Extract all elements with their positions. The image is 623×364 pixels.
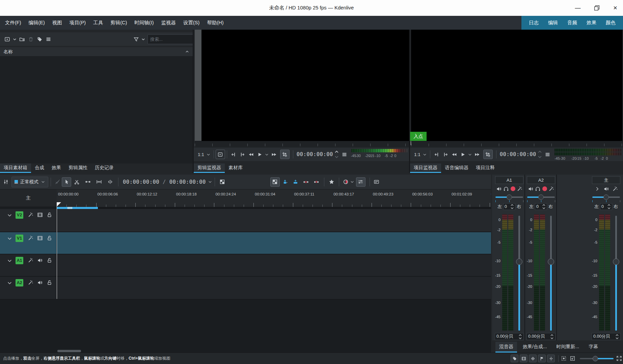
volume-spinbox[interactable]: 0.00分贝: [592, 333, 621, 340]
select-box-icon[interactable]: [561, 356, 567, 361]
flag-toggle-button[interactable]: [538, 355, 546, 362]
tab-剪辑属性[interactable]: 剪辑属性: [65, 163, 91, 173]
headphone-solo-icon[interactable]: [503, 186, 509, 192]
spacer-icon[interactable]: [85, 179, 91, 185]
speaker-icon[interactable]: [37, 257, 43, 263]
balance-spinbox[interactable]: 0: [535, 203, 547, 210]
timeline-ruler[interactable]: 00:00:00:0000:00:06:0600:00:12:1200:00:1…: [57, 189, 491, 207]
project-monitor-seekbar[interactable]: [411, 141, 623, 147]
effects-wand-icon[interactable]: [548, 186, 554, 192]
send-to-timeline-button[interactable]: [216, 150, 225, 159]
tab-效果[interactable]: 效果: [48, 163, 65, 173]
play-icon[interactable]: [257, 152, 263, 157]
selection-tool-button[interactable]: [62, 177, 71, 187]
rewind-icon[interactable]: [452, 152, 457, 157]
chevron-down-icon[interactable]: [208, 180, 212, 184]
mark-in-icon[interactable]: [231, 152, 236, 157]
effects-wand-icon[interactable]: [517, 186, 522, 192]
layout-button-效果[interactable]: 效果: [582, 16, 601, 30]
clip-monitor-video[interactable]: [201, 30, 409, 141]
menu-时间轴(I)[interactable]: 时间轴(I): [131, 16, 157, 30]
tab-语音编辑器[interactable]: 语音编辑器: [441, 163, 472, 173]
scissors-icon[interactable]: [74, 179, 80, 185]
record-monitor-button[interactable]: [511, 186, 515, 191]
tab-时间重新...[interactable]: 时间重新...: [553, 342, 583, 353]
tag-toggle-button[interactable]: [511, 355, 518, 362]
wand-icon[interactable]: [28, 280, 33, 285]
volume-slider-knob[interactable]: [548, 259, 554, 265]
chevron-down-icon[interactable]: [350, 180, 354, 184]
menu-帮助(H)[interactable]: 帮助(H): [203, 16, 227, 30]
tab-合成[interactable]: 合成: [31, 163, 48, 173]
subtitles-icon[interactable]: [374, 179, 379, 185]
wand-icon[interactable]: [28, 257, 33, 263]
mixer-toggle-button[interactable]: [356, 177, 365, 187]
record-monitor-button[interactable]: [542, 186, 547, 191]
search-input[interactable]: [147, 34, 193, 44]
timecode-spinner[interactable]: [334, 150, 339, 159]
edit-mode-combobox[interactable]: 正常模式: [11, 177, 48, 187]
chevron-right-icon[interactable]: [594, 186, 600, 192]
razor-disabled-icon[interactable]: [55, 179, 60, 185]
chevron-down-icon[interactable]: [468, 152, 472, 157]
fit-zoom-icon[interactable]: [96, 179, 102, 185]
rewind-icon[interactable]: [248, 152, 254, 157]
create-folder-button[interactable]: [18, 34, 26, 44]
chevron-down-icon[interactable]: [7, 212, 12, 218]
insert-zone-icon[interactable]: [282, 179, 288, 185]
overwrite-zone-icon[interactable]: [293, 179, 298, 185]
volume-slider-knob[interactable]: [516, 259, 522, 265]
play-icon[interactable]: [460, 152, 466, 157]
mark-out-icon[interactable]: [240, 152, 245, 157]
add-clip-dropdown[interactable]: [11, 34, 18, 44]
balance-slider[interactable]: [592, 194, 620, 200]
balance-slider[interactable]: [527, 194, 555, 200]
marker-tool-toggle-button[interactable]: [547, 355, 555, 362]
timeline-thumbnails-button[interactable]: [270, 177, 280, 187]
mixer-channel-name[interactable]: A1: [495, 176, 523, 184]
track-header-V1[interactable]: V1: [0, 232, 57, 254]
balance-slider[interactable]: [495, 194, 523, 200]
mixer-channel-name[interactable]: 主: [592, 176, 620, 184]
timeline-zoom-slider[interactable]: [580, 356, 614, 361]
chevron-down-icon[interactable]: [265, 152, 269, 157]
tab-历史记录[interactable]: 历史记录: [91, 163, 117, 173]
resize-box-icon[interactable]: [570, 356, 575, 361]
keyframe-toggle-button[interactable]: [529, 355, 537, 362]
menu-编辑(E)[interactable]: 编辑(E): [25, 16, 49, 30]
volume-spinbox[interactable]: 0.00分贝: [495, 333, 524, 340]
film-icon[interactable]: [37, 212, 43, 218]
balance-knob[interactable]: [603, 194, 609, 200]
volume-slider-knob[interactable]: [613, 259, 619, 265]
extract-zone-icon[interactable]: [303, 179, 309, 185]
lift-zone-icon[interactable]: [314, 179, 319, 185]
layout-button-日志[interactable]: 日志: [524, 16, 543, 30]
menu-视图[interactable]: 视图: [49, 16, 66, 30]
zone-mode-button[interactable]: [280, 150, 290, 159]
zone-mode-button[interactable]: [483, 150, 493, 159]
speaker-icon[interactable]: [37, 280, 43, 285]
tab-素材库[interactable]: 素材库: [225, 163, 246, 173]
slip-icon[interactable]: [107, 179, 113, 185]
film-toggle-button[interactable]: [520, 355, 527, 362]
track-name-badge[interactable]: A2: [16, 279, 23, 286]
bin-menu-button[interactable]: [44, 34, 53, 44]
monitor-timecode[interactable]: 00:00:00:00: [500, 151, 536, 157]
monitor-zoom-level[interactable]: 1:1: [198, 152, 204, 157]
volume-spinbox[interactable]: 0.00分贝: [526, 333, 556, 340]
add-clip-button[interactable]: [3, 34, 11, 44]
balance-spinbox[interactable]: 0: [503, 203, 515, 210]
filter-button[interactable]: [132, 34, 140, 44]
menu-设置(S)[interactable]: 设置(S): [180, 16, 203, 30]
minimize-button[interactable]: —: [570, 0, 586, 16]
forward-icon[interactable]: [474, 152, 480, 157]
volume-spinner[interactable]: [518, 334, 522, 339]
playhead-line[interactable]: [57, 202, 57, 299]
clip-monitor-seekbar[interactable]: [195, 141, 409, 147]
track-name-badge[interactable]: A1: [16, 257, 23, 264]
adjust-icon[interactable]: [3, 179, 9, 185]
mark-out-icon[interactable]: [443, 152, 449, 157]
balance-spinbox[interactable]: 0: [600, 203, 612, 210]
timeline-horizontal-scrollbar[interactable]: [57, 350, 81, 352]
menu-剪辑(C)[interactable]: 剪辑(C): [107, 16, 131, 30]
